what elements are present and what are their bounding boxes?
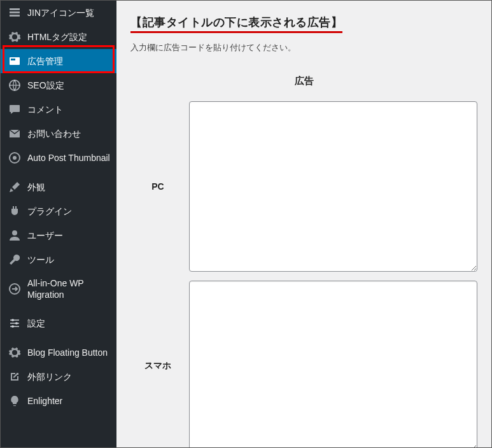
sidebar-item-contact[interactable]: お問い合わせ: [1, 122, 116, 146]
pc-ad-code-textarea[interactable]: [189, 101, 477, 272]
sidebar-item-label: Enlighter: [27, 395, 110, 407]
sidebar-item-label: コメント: [27, 104, 110, 115]
sidebar-item-html-tags[interactable]: HTMLタグ設定: [1, 25, 116, 49]
sidebar-item-blog-floating-button[interactable]: Blog Floating Button: [1, 340, 116, 365]
field-row-sp: スマホ: [130, 281, 477, 448]
plug-icon: [8, 205, 21, 218]
cog-icon: [8, 31, 21, 43]
migrate-icon: [8, 283, 21, 295]
sidebar-item-label: SEO設定: [27, 80, 110, 91]
field-row-pc: PC: [130, 101, 477, 272]
svg-rect-1: [11, 59, 15, 60]
sidebar-item-label: Auto Post Thumbnail: [27, 152, 110, 164]
list-icon: [8, 6, 21, 19]
sidebar-item-label: All-in-One WP Migration: [27, 277, 110, 300]
wrench-icon: [8, 253, 21, 266]
user-icon: [8, 229, 21, 242]
svg-rect-0: [10, 57, 20, 65]
admin-sidebar: JINアイコン一覧 HTMLタグ設定 広告管理 SEO設定 コメント お問い合わ…: [1, 1, 116, 447]
sidebar-item-label: ユーザー: [27, 230, 110, 241]
sidebar-item-aio-migration[interactable]: All-in-One WP Migration: [1, 272, 116, 306]
sidebar-item-label: お問い合わせ: [27, 128, 110, 139]
sidebar-item-enlighter[interactable]: Enlighter: [1, 389, 116, 413]
content-area: 【記事タイトルの下に表示される広告】 入力欄に広告コードを貼り付けてください。 …: [116, 1, 491, 447]
sidebar-item-label: JINアイコン一覧: [27, 7, 110, 18]
sp-label: スマホ: [130, 360, 189, 372]
sidebar-item-settings[interactable]: 設定: [1, 311, 116, 335]
sidebar-item-label: 設定: [27, 318, 110, 329]
gear-icon: [8, 346, 21, 359]
svg-point-9: [11, 325, 14, 328]
sidebar-item-plugins[interactable]: プラグイン: [1, 199, 116, 223]
sidebar-item-label: 外部リンク: [27, 371, 110, 382]
pc-label: PC: [130, 181, 189, 192]
external-icon: [8, 370, 21, 383]
ad-icon: [8, 55, 21, 67]
sidebar-item-auto-post-thumbnail[interactable]: Auto Post Thumbnail: [1, 146, 116, 170]
sidebar-item-external-link[interactable]: 外部リンク: [1, 365, 116, 389]
mail-icon: [8, 127, 21, 140]
sidebar-item-label: 外観: [27, 181, 110, 193]
sidebar-item-label: 広告管理: [27, 55, 110, 67]
sidebar-item-label: ツール: [27, 254, 110, 265]
target-icon: [8, 151, 21, 164]
section-title: 【記事タイトルの下に表示される広告】: [130, 15, 342, 33]
sidebar-item-tools[interactable]: ツール: [1, 248, 116, 272]
brush-icon: [8, 181, 21, 193]
ad-heading: 広告: [130, 75, 477, 87]
sidebar-item-label: HTMLタグ設定: [27, 31, 110, 43]
sidebar-item-seo[interactable]: SEO設定: [1, 73, 116, 97]
sidebar-item-jin-icons[interactable]: JINアイコン一覧: [1, 1, 116, 25]
svg-point-4: [13, 156, 17, 160]
sidebar-item-appearance[interactable]: 外観: [1, 175, 116, 199]
sp-ad-code-textarea[interactable]: [189, 281, 477, 448]
bulb-icon: [8, 395, 21, 407]
sidebar-item-comments[interactable]: コメント: [1, 97, 116, 122]
svg-point-8: [15, 322, 18, 325]
comment-icon: [8, 103, 21, 116]
sidebar-item-label: Blog Floating Button: [27, 347, 110, 358]
section-desc: 入力欄に広告コードを貼り付けてください。: [130, 42, 477, 53]
svg-point-5: [12, 230, 17, 235]
sliders-icon: [8, 317, 21, 330]
globe-icon: [8, 79, 21, 92]
sidebar-item-users[interactable]: ユーザー: [1, 223, 116, 248]
sidebar-item-label: プラグイン: [27, 206, 110, 217]
sidebar-item-ads[interactable]: 広告管理: [1, 49, 116, 73]
svg-point-7: [11, 319, 14, 321]
